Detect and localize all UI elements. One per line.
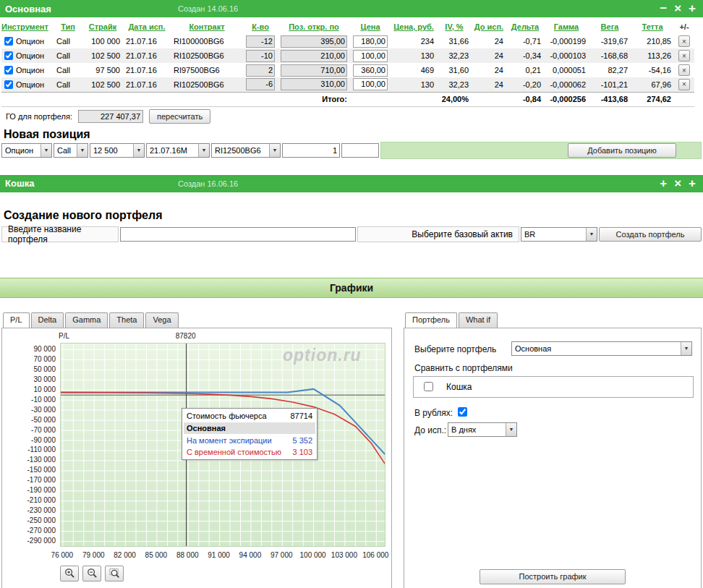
close-icon[interactable]: ×	[674, 1, 681, 17]
margin-label: ГО для портфеля:	[6, 112, 72, 121]
delete-position-button[interactable]: ×	[678, 50, 690, 61]
instrument-select[interactable]: Опцион ▼	[1, 143, 52, 158]
chart-y-axis-title: P/L	[59, 332, 69, 340]
base-asset-label: Выберите базовый актив	[357, 226, 519, 242]
y-axis-tick: -210 000	[2, 496, 56, 504]
rub-checkbox[interactable]	[458, 407, 467, 417]
panel-tab-what-if[interactable]: What if	[459, 312, 498, 328]
strike-select[interactable]: 12 500 ▼	[90, 143, 145, 158]
portfolio-name-input[interactable]	[120, 227, 356, 242]
chevron-down-icon: ▼	[198, 144, 209, 157]
zoom-reset-button[interactable]	[105, 566, 124, 581]
add-icon[interactable]: +	[689, 1, 696, 17]
zoom-out-button[interactable]	[82, 566, 101, 581]
column-header-2[interactable]: Страйк	[82, 19, 123, 34]
price-input[interactable]: 180,00	[353, 35, 388, 48]
zoom-in-button[interactable]	[60, 566, 79, 581]
days-cell: 24	[472, 48, 506, 63]
row-select-checkbox[interactable]	[4, 66, 13, 74]
price-input[interactable]: 360,00	[353, 64, 388, 77]
qty-input[interactable]: -10	[246, 50, 275, 62]
type-cell: Call	[54, 34, 82, 48]
row-select-checkbox[interactable]	[4, 37, 13, 46]
column-header-10[interactable]: До исп.	[472, 19, 506, 34]
column-header-15: +/-	[674, 19, 694, 34]
qty-input[interactable]: -6	[246, 78, 275, 90]
open-pos-input[interactable]: 210,00	[281, 50, 347, 62]
open-pos-input[interactable]: 710,00	[281, 64, 347, 77]
delete-position-button[interactable]: ×	[678, 35, 690, 47]
vega-cell: -101,21	[589, 77, 631, 92]
charts-section-header: Графики	[0, 278, 703, 298]
build-chart-button[interactable]: Построить график	[480, 569, 626, 584]
open-pos-input[interactable]: 310,00	[281, 78, 347, 90]
exp-date-select[interactable]: 21.07.16М ▼	[146, 143, 210, 158]
positions-table: ИнструментТипСтрайкДата исп.КонтрактК-во…	[1, 19, 694, 107]
column-header-12[interactable]: Гамма	[544, 19, 589, 34]
x-axis-tick: 103 000	[324, 551, 365, 559]
column-header-11[interactable]: Дельта	[506, 19, 544, 34]
column-header-9[interactable]: IV, %	[437, 19, 472, 34]
iv-cell: 32,23	[437, 77, 472, 92]
column-header-6[interactable]: Поз. откр. по	[278, 19, 350, 34]
column-header-5[interactable]: К-во	[243, 19, 278, 34]
row-select-checkbox[interactable]	[4, 51, 13, 60]
column-header-13[interactable]: Вега	[589, 19, 631, 34]
strike-select-value: 12 500	[93, 146, 118, 155]
delta-cell: -0,20	[506, 77, 544, 92]
expand-icon[interactable]: +	[660, 176, 667, 192]
delete-position-button[interactable]: ×	[678, 64, 690, 76]
create-portfolio-button[interactable]: Создать портфель	[599, 227, 702, 242]
column-header-4[interactable]: Контракт	[171, 19, 243, 34]
panel-header-main: Основная Создан 14.06.16 − × +	[0, 0, 703, 17]
compare-checkbox[interactable]	[424, 382, 433, 391]
column-header-3[interactable]: Дата исп.	[123, 19, 171, 34]
column-header-14[interactable]: Тетта	[631, 19, 674, 34]
new-position-price-input[interactable]	[341, 143, 379, 158]
add-icon[interactable]: +	[689, 176, 696, 192]
chart-tab-p-l[interactable]: P/L	[3, 312, 30, 328]
price-input[interactable]: 100,00	[353, 50, 388, 62]
type-cell: Call	[54, 63, 82, 77]
tooltip-expiry-label: На момент экспирации	[187, 436, 272, 445]
compare-item-label: Кошка	[446, 382, 472, 392]
type-cell: Call	[54, 77, 82, 92]
column-header-8[interactable]: Цена, руб.	[391, 19, 437, 34]
create-portfolio-row: Введите название портфеля Выберите базов…	[1, 226, 702, 243]
gamma-cell: 0,000051	[544, 63, 589, 77]
row-select-checkbox[interactable]	[4, 80, 13, 89]
contract-select[interactable]: RI12500BG6 ▼	[211, 143, 281, 158]
price-input[interactable]: 100,00	[353, 78, 388, 90]
new-position-quantity-input[interactable]	[282, 143, 340, 158]
tooltip-time-label: С временной стоимостью	[187, 448, 281, 456]
tooltip-futures-label: Стоимость фьючерса	[187, 412, 267, 420]
portfolio-select[interactable]: Основная ▼	[511, 341, 692, 356]
option-type-select[interactable]: Call ▼	[54, 143, 88, 158]
minimize-icon[interactable]: −	[660, 1, 667, 17]
qty-input[interactable]: -12	[246, 35, 275, 48]
column-header-7[interactable]: Цена	[350, 19, 391, 34]
days-label: До исп.:	[414, 425, 446, 435]
column-header-1[interactable]: Тип	[54, 19, 82, 34]
delete-position-button[interactable]: ×	[678, 79, 690, 90]
margin-value-field[interactable]: 227 407,37	[78, 110, 143, 123]
column-header-0[interactable]: Инструмент	[1, 19, 54, 34]
chart-tab-delta[interactable]: Delta	[31, 312, 64, 328]
gamma-cell: -0,000062	[544, 77, 589, 92]
panel-tab-портфель[interactable]: Портфель	[405, 312, 457, 328]
qty-input[interactable]: 2	[246, 64, 275, 77]
open-pos-input[interactable]: 395,00	[281, 35, 347, 48]
window-buttons: + × +	[660, 176, 703, 192]
add-position-button[interactable]: Добавить позицию	[568, 143, 676, 158]
chart-tab-theta[interactable]: Theta	[109, 312, 144, 328]
close-icon[interactable]: ×	[674, 176, 681, 192]
recalculate-button[interactable]: пересчитать	[149, 109, 210, 124]
compare-portfolio-item[interactable]: Кошка	[414, 382, 472, 392]
base-asset-select[interactable]: BR ▼	[521, 227, 597, 242]
days-select[interactable]: В днях ▼	[448, 422, 517, 437]
portfolio-name-label: Введите название портфеля	[1, 226, 119, 242]
chart-tab-gamma[interactable]: Gamma	[65, 312, 108, 328]
zoom-out-icon	[87, 568, 98, 579]
panel-title: Основная	[0, 4, 51, 14]
chart-tab-vega[interactable]: Vega	[145, 312, 178, 328]
